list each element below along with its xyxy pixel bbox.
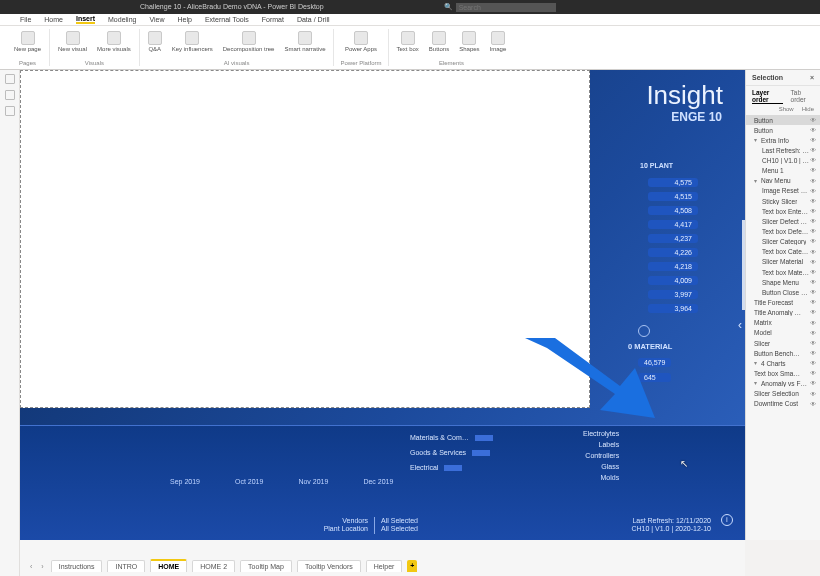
visibility-toggle-icon[interactable]: 👁 [810, 380, 816, 387]
chevron-left-icon[interactable]: ‹ [738, 318, 742, 332]
bar-label[interactable]: Controllers [583, 452, 619, 459]
data-view-icon[interactable] [5, 90, 15, 100]
selection-item[interactable]: ▾4 Charts👁 [746, 358, 820, 368]
bar-row[interactable]: Materials & Com… [410, 434, 493, 441]
selection-item[interactable]: CH10 | V1.0 | 2020-1…👁 [746, 156, 820, 166]
visibility-toggle-icon[interactable]: 👁 [810, 127, 816, 134]
ribbon-button[interactable]: Image [488, 29, 509, 55]
page-tab[interactable]: Helper [366, 560, 403, 572]
visibility-toggle-icon[interactable]: 👁 [810, 279, 816, 286]
ribbon-tab[interactable]: External Tools [205, 16, 249, 23]
search-input[interactable] [456, 3, 556, 12]
chevron-down-icon[interactable]: ▾ [754, 360, 757, 367]
visibility-toggle-icon[interactable]: 👁 [810, 269, 816, 276]
plant-value-pill[interactable]: 4,508 [648, 206, 698, 215]
selection-item[interactable]: Text box Defect T…👁 [746, 227, 820, 237]
bar-row[interactable]: Goods & Services [410, 449, 493, 456]
titlebar-search[interactable]: 🔍 [444, 0, 556, 14]
ribbon-button[interactable]: Q&A [146, 29, 164, 55]
info-icon[interactable]: i [721, 514, 733, 526]
tab-scroll-right[interactable]: › [39, 561, 45, 572]
selection-item[interactable]: ▾Extra Info👁 [746, 135, 820, 145]
chevron-down-icon[interactable]: ▾ [754, 137, 757, 144]
ribbon-tab[interactable]: Data / Drill [297, 16, 330, 23]
ribbon-tab[interactable]: View [149, 16, 164, 23]
chevron-down-icon[interactable]: ▾ [754, 380, 757, 387]
plant-value-pill[interactable]: 4,218 [648, 262, 698, 271]
visibility-toggle-icon[interactable]: 👁 [810, 218, 816, 225]
ribbon-tab[interactable]: Help [178, 16, 192, 23]
ribbon-button[interactable]: Power Apps [343, 29, 379, 55]
ribbon-button[interactable]: Smart narrative [282, 29, 327, 55]
page-tab[interactable]: Tooltip Map [240, 560, 292, 572]
bar-label[interactable]: Glass [583, 463, 619, 470]
ribbon-button[interactable]: Shapes [457, 29, 481, 55]
visibility-toggle-icon[interactable]: 👁 [810, 309, 816, 316]
ribbon-button[interactable]: Text box [395, 29, 421, 55]
bar-row[interactable]: Electrical [410, 464, 493, 471]
selection-item[interactable]: Slicer Material👁 [746, 257, 820, 267]
ribbon-button[interactable]: Buttons [427, 29, 451, 55]
page-tab[interactable]: INTRO [107, 560, 145, 572]
bar-label[interactable]: Molds [583, 474, 619, 481]
add-page-button[interactable]: + [407, 560, 417, 572]
page-tab[interactable]: Instructions [51, 560, 103, 572]
visibility-toggle-icon[interactable]: 👁 [810, 259, 816, 266]
visibility-toggle-icon[interactable]: 👁 [810, 188, 816, 195]
ribbon-button[interactable]: New visual [56, 29, 89, 55]
selection-item[interactable]: Sticky Slicer👁 [746, 196, 820, 206]
visibility-toggle-icon[interactable]: 👁 [810, 137, 816, 144]
visibility-toggle-icon[interactable]: 👁 [810, 299, 816, 306]
visibility-toggle-icon[interactable]: 👁 [810, 360, 816, 367]
selection-item[interactable]: Image Reset Filters👁 [746, 186, 820, 196]
close-icon[interactable]: × [810, 74, 814, 81]
visibility-toggle-icon[interactable]: 👁 [810, 340, 816, 347]
visibility-toggle-icon[interactable]: 👁 [810, 350, 816, 357]
show-all-button[interactable]: Show [779, 106, 794, 112]
selection-item[interactable]: Slicer Selection👁 [746, 389, 820, 399]
chevron-down-icon[interactable]: ▾ [754, 178, 757, 185]
selection-item[interactable]: ▾Anomaly vs Forecast👁 [746, 379, 820, 389]
visibility-toggle-icon[interactable]: 👁 [810, 320, 816, 327]
selection-item[interactable]: Downtime Cost👁 [746, 399, 820, 409]
selection-item[interactable]: Title Forecast👁 [746, 298, 820, 308]
selection-item[interactable]: Text box Enter Cost👁 [746, 206, 820, 216]
visibility-toggle-icon[interactable]: 👁 [810, 289, 816, 296]
ribbon-button[interactable]: More visuals [95, 29, 133, 55]
selection-item[interactable]: Matrix👁 [746, 318, 820, 328]
new-visual-placeholder[interactable] [20, 70, 590, 408]
plant-value-pill[interactable]: 4,009 [648, 276, 698, 285]
selection-item[interactable]: Text box Material👁 [746, 267, 820, 277]
selection-item[interactable]: Title Anomaly Detect…👁 [746, 308, 820, 318]
plant-value-pill[interactable]: 3,964 [648, 304, 698, 313]
visibility-toggle-icon[interactable]: 👁 [810, 330, 816, 337]
ribbon-tab[interactable]: Modeling [108, 16, 136, 23]
selection-tab[interactable]: Tab order [791, 89, 814, 104]
selection-item[interactable]: Button👁 [746, 125, 820, 135]
visibility-toggle-icon[interactable]: 👁 [810, 401, 816, 408]
selection-item[interactable]: Slicer Category👁 [746, 237, 820, 247]
page-tab[interactable]: Tooltip Vendors [297, 560, 361, 572]
selection-item[interactable]: Button Close Nav…👁 [746, 287, 820, 297]
report-view-icon[interactable] [5, 74, 15, 84]
selection-item[interactable]: Slicer Defect Type👁 [746, 216, 820, 226]
visibility-toggle-icon[interactable]: 👁 [810, 370, 816, 377]
visibility-toggle-icon[interactable]: 👁 [810, 117, 816, 124]
visibility-toggle-icon[interactable]: 👁 [810, 157, 816, 164]
ribbon-button[interactable]: Decomposition tree [221, 29, 277, 55]
bar-label[interactable]: Labels [583, 441, 619, 448]
selection-item[interactable]: Text box Category👁 [746, 247, 820, 257]
hide-all-button[interactable]: Hide [802, 106, 814, 112]
visibility-toggle-icon[interactable]: 👁 [810, 167, 816, 174]
selection-item[interactable]: Text box Smart Narra…👁 [746, 369, 820, 379]
ribbon-tab[interactable]: Format [262, 16, 284, 23]
visibility-toggle-icon[interactable]: 👁 [810, 198, 816, 205]
plant-value-pill[interactable]: 4,417 [648, 220, 698, 229]
selection-item[interactable]: Last Refresh: 12/1👁 [746, 145, 820, 155]
plant-value-pill[interactable]: 4,515 [648, 192, 698, 201]
visibility-toggle-icon[interactable]: 👁 [810, 391, 816, 398]
visibility-toggle-icon[interactable]: 👁 [810, 208, 816, 215]
selection-item[interactable]: Menu 1👁 [746, 166, 820, 176]
visibility-toggle-icon[interactable]: 👁 [810, 228, 816, 235]
tab-scroll-left[interactable]: ‹ [28, 561, 34, 572]
